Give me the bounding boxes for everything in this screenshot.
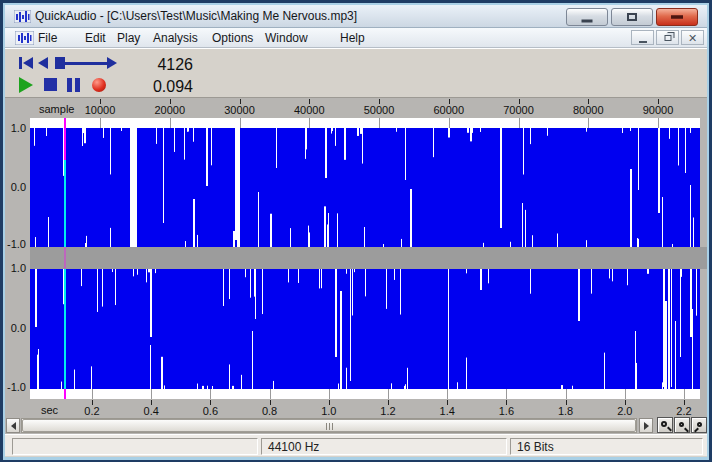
- waveform-panel: sample 100002000030000400005000060000700…: [5, 98, 707, 434]
- ruler-tick-label: 40000: [294, 104, 325, 116]
- scroll-left-button[interactable]: [6, 418, 20, 433]
- slider-thumb[interactable]: [55, 57, 65, 69]
- document-icon[interactable]: [15, 31, 34, 45]
- strip-tick: [588, 118, 589, 128]
- amplitude-label: -1.0: [5, 381, 26, 393]
- ruler-tick-label: 30000: [224, 104, 255, 116]
- mdi-restore-icon: [664, 35, 671, 41]
- seconds-counter: 0.094: [133, 78, 193, 96]
- strip-tick: [270, 389, 271, 399]
- minimize-button[interactable]: [566, 8, 608, 26]
- menu-bar: FileEditPlayAnalysisOptionsWindowHelp ✕: [5, 28, 707, 48]
- bottom-marker-strip[interactable]: [30, 389, 700, 399]
- ruler-tick-label: 80000: [573, 104, 604, 116]
- scrollbar-track[interactable]: [21, 418, 637, 433]
- sample-counter: 4126: [133, 56, 193, 74]
- sample-unit-label: sample: [39, 103, 74, 115]
- scroll-right-button[interactable]: [639, 418, 653, 433]
- strip-tick: [170, 118, 171, 128]
- strip-tick: [506, 389, 507, 399]
- status-panel-bitdepth: 16 Bits: [510, 438, 703, 455]
- sample-ruler: sample 100002000030000400005000060000700…: [5, 98, 707, 118]
- strip-tick: [100, 118, 101, 128]
- thumb-grip-icon: [326, 423, 327, 430]
- amplitude-label: 1.0: [5, 262, 26, 274]
- ruler-tick-label: 20000: [154, 104, 185, 116]
- mdi-close-button[interactable]: ✕: [681, 30, 704, 45]
- playback-cursor: [64, 118, 66, 128]
- playback-cursor: [64, 389, 66, 399]
- ruler-tick-label: 2.2: [676, 405, 691, 417]
- maximize-button[interactable]: [611, 8, 653, 26]
- app-icon: [14, 10, 31, 23]
- strip-tick: [447, 389, 448, 399]
- zoom-out-button[interactable]: [691, 417, 707, 433]
- ruler-tick-label: 1.6: [499, 405, 514, 417]
- menu-item-options[interactable]: Options: [212, 31, 253, 45]
- mdi-restore-button[interactable]: [656, 30, 679, 45]
- zoom-in-button[interactable]: [674, 417, 690, 433]
- strip-tick: [519, 118, 520, 128]
- magnifier-small-icon: [679, 422, 684, 427]
- strip-tick: [329, 389, 330, 399]
- app-window: QuickAudio - [C:\Users\Test\Music\Making…: [0, 0, 712, 462]
- strip-tick: [151, 389, 152, 399]
- window-frame: QuickAudio - [C:\Users\Test\Music\Making…: [3, 3, 709, 460]
- pause-icon: [67, 78, 72, 92]
- ruler-tick-label: 1.8: [558, 405, 573, 417]
- ruler-tick-label: 60000: [433, 104, 464, 116]
- amplitude-label: 0.0: [5, 322, 26, 334]
- strip-tick: [658, 118, 659, 128]
- pause-button[interactable]: [67, 78, 80, 96]
- amplitude-label: -1.0: [5, 238, 26, 250]
- scrollbar-thumb[interactable]: [22, 419, 636, 432]
- status-bar: 44100 Hz 16 Bits: [5, 434, 707, 456]
- ruler-tick-label: 0.2: [84, 405, 99, 417]
- status-panel-samplerate: 44100 Hz: [261, 438, 507, 455]
- slider-track[interactable]: [65, 62, 109, 65]
- ruler-tick-label: 50000: [364, 104, 395, 116]
- scrollbar-row: [5, 417, 707, 434]
- top-marker-strip[interactable]: [30, 118, 700, 128]
- menu-item-play[interactable]: Play: [117, 31, 140, 45]
- menu-item-window[interactable]: Window: [265, 31, 308, 45]
- strip-tick: [240, 118, 241, 128]
- menu-item-analysis[interactable]: Analysis: [153, 31, 198, 45]
- stop-button[interactable]: [44, 78, 57, 91]
- magnifier-small-flipped-icon: [697, 422, 702, 427]
- status-panel-general: [12, 438, 258, 455]
- strip-tick: [684, 389, 685, 399]
- menu-item-file[interactable]: File: [38, 31, 57, 45]
- strip-tick: [309, 118, 310, 128]
- position-slider[interactable]: [55, 56, 119, 70]
- maximize-icon: [627, 13, 637, 21]
- mdi-close-icon: ✕: [688, 32, 697, 43]
- step-back-icon[interactable]: [38, 57, 48, 69]
- ruler-tick-label: 0.4: [144, 405, 159, 417]
- scroll-right-icon: [644, 422, 649, 430]
- menu-item-edit[interactable]: Edit: [85, 31, 106, 45]
- scroll-left-icon: [11, 422, 16, 430]
- ruler-tick-label: 90000: [643, 104, 674, 116]
- strip-tick: [210, 389, 211, 399]
- strip-tick: [625, 389, 626, 399]
- strip-tick: [449, 118, 450, 128]
- title-bar[interactable]: QuickAudio - [C:\Users\Test\Music\Making…: [5, 5, 707, 28]
- ruler-tick-label: 2.0: [617, 405, 632, 417]
- waveform-channel-right[interactable]: [30, 269, 700, 389]
- ruler-tick-label: 1.2: [380, 405, 395, 417]
- record-button[interactable]: [92, 78, 106, 92]
- close-button[interactable]: [656, 8, 698, 26]
- play-button[interactable]: [19, 77, 33, 93]
- mdi-minimize-button[interactable]: [631, 30, 654, 45]
- waveform-channel-left[interactable]: [30, 128, 700, 247]
- ruler-tick-label: 10000: [85, 104, 116, 116]
- magnifier-large-icon: [661, 421, 667, 427]
- slider-end-arrow-icon: [107, 57, 117, 69]
- zoom-full-button[interactable]: [657, 417, 673, 433]
- seconds-unit-label: sec: [41, 404, 58, 416]
- strip-tick: [566, 389, 567, 399]
- window-title: QuickAudio - [C:\Users\Test\Music\Making…: [35, 9, 357, 23]
- menu-item-help[interactable]: Help: [340, 31, 365, 45]
- ruler-tick-label: 1.4: [440, 405, 455, 417]
